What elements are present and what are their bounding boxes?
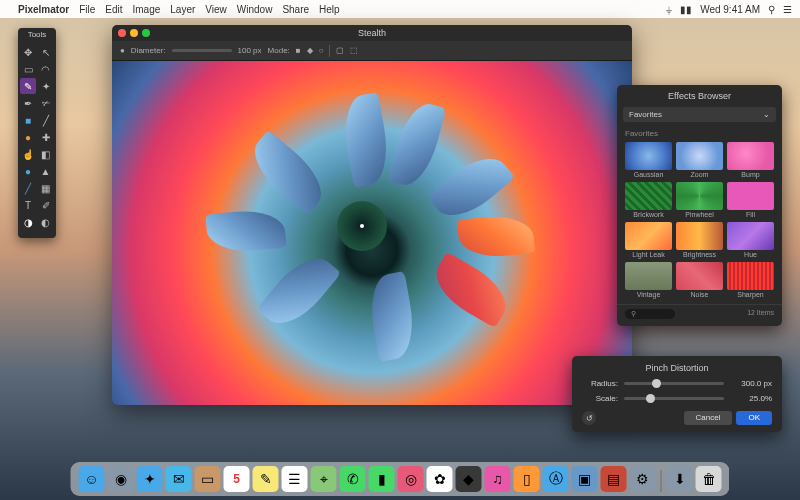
menu-layer[interactable]: Layer	[170, 4, 195, 15]
text-tool[interactable]: T	[20, 197, 36, 213]
clone-tool[interactable]: ●	[20, 129, 36, 145]
eraser-tool[interactable]: ◧	[38, 146, 54, 162]
effects-category-dropdown[interactable]: Favorites⌄	[623, 107, 776, 122]
menu-file[interactable]: File	[79, 4, 95, 15]
dock-pixelmator[interactable]: ◆	[456, 466, 482, 492]
dock-reminders[interactable]: ☰	[282, 466, 308, 492]
titlebar[interactable]: Stealth	[112, 25, 632, 41]
dock-maps[interactable]: ⌖	[311, 466, 337, 492]
effect-fill[interactable]: Fill	[727, 182, 774, 218]
scale-slider[interactable]	[624, 397, 724, 400]
notifications-icon[interactable]: ☰	[783, 4, 792, 15]
dock-safari[interactable]: ✦	[137, 466, 163, 492]
document-window: Stealth ● Diameter: 100 px Mode: ■ ◆ ○ ▢…	[112, 25, 632, 405]
effect-label: Pinwheel	[676, 211, 723, 218]
dock-preview[interactable]: ▣	[572, 466, 598, 492]
bg-color[interactable]: ◐	[38, 214, 54, 230]
battery-icon[interactable]: ▮▮	[680, 4, 692, 15]
radius-slider[interactable]	[624, 382, 724, 385]
dock-ibooks[interactable]: ▯	[514, 466, 540, 492]
mode-label: Mode:	[268, 46, 290, 55]
effect-hue[interactable]: Hue	[727, 222, 774, 258]
dock-facetime[interactable]: ▮	[369, 466, 395, 492]
effect-label: Light Leak	[625, 251, 672, 258]
dock-trash[interactable]: 🗑	[696, 466, 722, 492]
lasso-tool[interactable]: ◠	[38, 61, 54, 77]
brush-tool[interactable]: ✎	[20, 78, 36, 94]
spotlight-icon[interactable]: ⚲	[768, 4, 775, 15]
maximize-button[interactable]	[142, 29, 150, 37]
effect-gaussian[interactable]: Gaussian	[625, 142, 672, 178]
mode-icon-2[interactable]: ◆	[307, 46, 313, 55]
effect-brickwork[interactable]: Brickwork	[625, 182, 672, 218]
effect-thumb	[727, 222, 774, 250]
dock-launchpad[interactable]: ◉	[108, 466, 134, 492]
effect-bump[interactable]: Bump	[727, 142, 774, 178]
wifi-icon[interactable]: ⏚	[666, 4, 672, 15]
mode-icon-4[interactable]: ▢	[336, 46, 344, 55]
wand-tool[interactable]: ✦	[38, 78, 54, 94]
crop-tool[interactable]: ✃	[38, 95, 54, 111]
pencil-tool[interactable]: ╱	[38, 112, 54, 128]
canvas[interactable]	[112, 61, 632, 405]
dock-dictionary[interactable]: ▤	[601, 466, 627, 492]
menu-view[interactable]: View	[205, 4, 227, 15]
effect-zoom[interactable]: Zoom	[676, 142, 723, 178]
menu-share[interactable]: Share	[282, 4, 309, 15]
dock-contacts[interactable]: ▭	[195, 466, 221, 492]
dock-appstore[interactable]: Ⓐ	[543, 466, 569, 492]
radius-value: 300.0 px	[730, 379, 772, 388]
dock-photos[interactable]: ✿	[427, 466, 453, 492]
marquee-tool[interactable]: ▭	[20, 61, 36, 77]
smudge-tool[interactable]: ☝	[20, 146, 36, 162]
effects-browser: Effects Browser Favorites⌄ Favorites Gau…	[617, 85, 782, 326]
reset-button[interactable]: ↺	[582, 411, 596, 425]
pen-tool[interactable]: ✒	[20, 95, 36, 111]
paint-tool[interactable]: ╱	[20, 180, 36, 196]
selection-tool[interactable]: ↖	[38, 44, 54, 60]
brush-preview-icon[interactable]: ●	[120, 46, 125, 55]
dock-photobooth[interactable]: ◎	[398, 466, 424, 492]
sharpen-tool[interactable]: ▲	[38, 163, 54, 179]
dock-downloads[interactable]: ⬇	[667, 466, 693, 492]
minimize-button[interactable]	[130, 29, 138, 37]
menu-help[interactable]: Help	[319, 4, 340, 15]
menu-image[interactable]: Image	[133, 4, 161, 15]
effect-noise[interactable]: Noise	[676, 262, 723, 298]
effect-sharpen[interactable]: Sharpen	[727, 262, 774, 298]
clock[interactable]: Wed 9:41 AM	[700, 4, 760, 15]
diameter-slider[interactable]	[172, 49, 232, 52]
dock-notes[interactable]: ✎	[253, 466, 279, 492]
heal-tool[interactable]: ✚	[38, 129, 54, 145]
mode-icon-3[interactable]: ○	[319, 46, 324, 55]
menu-window[interactable]: Window	[237, 4, 273, 15]
gradient-tool[interactable]: ▦	[38, 180, 54, 196]
menu-edit[interactable]: Edit	[105, 4, 122, 15]
shape-tool[interactable]: ■	[20, 112, 36, 128]
dock-finder[interactable]: ☺	[79, 466, 105, 492]
ok-button[interactable]: OK	[736, 411, 772, 425]
close-button[interactable]	[118, 29, 126, 37]
eyedropper-tool[interactable]: ✐	[38, 197, 54, 213]
dock-messages[interactable]: ✆	[340, 466, 366, 492]
effect-light-leak[interactable]: Light Leak	[625, 222, 672, 258]
mode-icon-1[interactable]: ■	[296, 46, 301, 55]
effect-pinwheel[interactable]: Pinwheel	[676, 182, 723, 218]
fg-color[interactable]: ◑	[20, 214, 36, 230]
effect-brightness[interactable]: Brightness	[676, 222, 723, 258]
scale-label: Scale:	[582, 394, 618, 403]
move-tool[interactable]: ✥	[20, 44, 36, 60]
mode-icon-5[interactable]: ⬚	[350, 46, 358, 55]
effects-search[interactable]: ⚲	[625, 309, 675, 319]
dock-itunes[interactable]: ♫	[485, 466, 511, 492]
tools-title: Tools	[18, 30, 56, 39]
document-title: Stealth	[358, 28, 386, 38]
effect-vintage[interactable]: Vintage	[625, 262, 672, 298]
blur-tool[interactable]: ●	[20, 163, 36, 179]
dock: ☺◉✦✉▭5✎☰⌖✆▮◎✿◆♫▯Ⓐ▣▤⚙⬇🗑	[71, 462, 730, 496]
app-name[interactable]: Pixelmator	[18, 4, 69, 15]
dock-calendar[interactable]: 5	[224, 466, 250, 492]
dock-settings[interactable]: ⚙	[630, 466, 656, 492]
dock-mail[interactable]: ✉	[166, 466, 192, 492]
cancel-button[interactable]: Cancel	[684, 411, 733, 425]
